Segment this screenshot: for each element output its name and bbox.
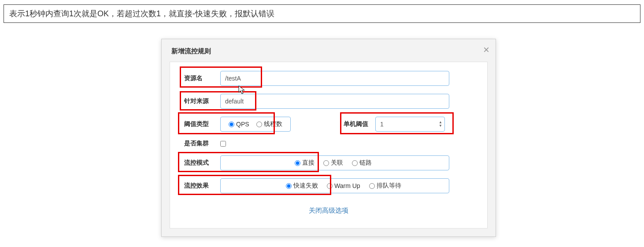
threshold-type-label: 阈值类型 <box>181 120 220 128</box>
radio-link-input[interactable] <box>352 160 358 166</box>
note-box: 表示1秒钟内查询1次就是OK，若超过次数1，就直接-快速失败，报默认错误 <box>4 4 640 23</box>
radio-queue-input[interactable] <box>369 183 375 189</box>
radio-warmup-label: Warm Up <box>334 182 360 189</box>
mode-box: 直接 关联 链路 <box>220 155 449 170</box>
resource-row: 资源名 <box>181 71 477 86</box>
threshold-type-box: QPS 线程数 <box>220 117 291 132</box>
single-threshold-input[interactable] <box>375 117 445 132</box>
radio-qps-input[interactable] <box>229 122 234 127</box>
note-text: 表示1秒钟内查询1次就是OK，若超过次数1，就直接-快速失败，报默认错误 <box>9 9 274 18</box>
radio-thread-label: 线程数 <box>264 120 282 128</box>
radio-queue-label: 排队等待 <box>377 182 401 190</box>
modal-body: 资源名 针对来源 阈值类型 QPS <box>170 62 488 229</box>
close-advanced-link[interactable]: 关闭高级选项 <box>309 206 348 214</box>
effect-row: 流控效果 快速失败 Warm Up 排队等待 <box>181 178 477 193</box>
effect-box: 快速失败 Warm Up 排队等待 <box>220 178 449 193</box>
modal-title: 新增流控规则 <box>171 47 211 55</box>
radio-fail-label: 快速失败 <box>293 182 318 190</box>
single-threshold-label: 单机阈值 <box>340 120 375 128</box>
mode-row: 流控模式 直接 关联 链路 <box>181 155 477 170</box>
cluster-label: 是否集群 <box>181 140 220 147</box>
radio-direct-input[interactable] <box>295 160 300 166</box>
radio-relate-input[interactable] <box>323 160 329 166</box>
cluster-row: 是否集群 <box>181 140 477 147</box>
radio-fail[interactable]: 快速失败 <box>286 182 318 190</box>
radio-warmup-input[interactable] <box>327 183 333 189</box>
source-input[interactable] <box>220 94 449 109</box>
radio-relate-label: 关联 <box>331 159 343 167</box>
radio-qps-label: QPS <box>236 121 249 128</box>
radio-direct-label: 直接 <box>302 159 315 167</box>
source-row: 针对来源 <box>181 94 477 109</box>
cluster-checkbox[interactable] <box>220 141 226 147</box>
radio-direct[interactable]: 直接 <box>295 159 315 167</box>
radio-thread[interactable]: 线程数 <box>256 120 282 128</box>
close-icon[interactable]: × <box>483 44 489 56</box>
stepper-down-icon[interactable]: ▼ <box>439 124 442 128</box>
resource-input[interactable] <box>220 71 449 86</box>
radio-link[interactable]: 链路 <box>352 159 372 167</box>
flow-rule-modal: 新增流控规则 × 资源名 针对来源 阈值类型 <box>161 39 496 237</box>
radio-warmup[interactable]: Warm Up <box>327 182 360 189</box>
number-stepper[interactable]: ▲ ▼ <box>439 121 442 128</box>
modal-header: 新增流控规则 × <box>162 39 496 62</box>
radio-thread-input[interactable] <box>256 122 262 127</box>
advanced-link-row: 关闭高级选项 <box>181 206 477 215</box>
resource-label: 资源名 <box>181 74 220 82</box>
radio-fail-input[interactable] <box>286 183 292 189</box>
source-label: 针对来源 <box>181 97 220 105</box>
radio-qps[interactable]: QPS <box>229 121 249 128</box>
threshold-row: 阈值类型 QPS 线程数 单机阈值 ▲ <box>181 117 477 132</box>
radio-queue[interactable]: 排队等待 <box>369 182 401 190</box>
radio-link-label: 链路 <box>359 159 372 167</box>
mode-label: 流控模式 <box>181 159 220 167</box>
effect-label: 流控效果 <box>181 182 220 190</box>
radio-relate[interactable]: 关联 <box>323 159 343 167</box>
